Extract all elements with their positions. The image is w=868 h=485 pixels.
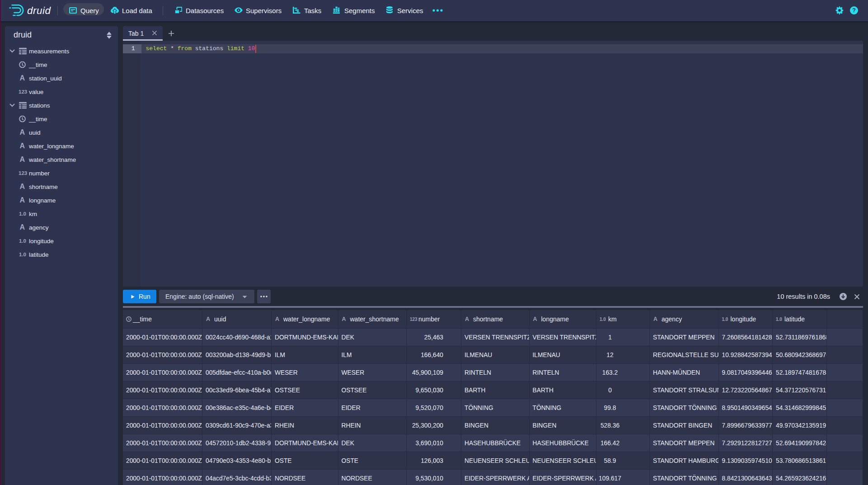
- svg-text:?: ?: [852, 7, 856, 14]
